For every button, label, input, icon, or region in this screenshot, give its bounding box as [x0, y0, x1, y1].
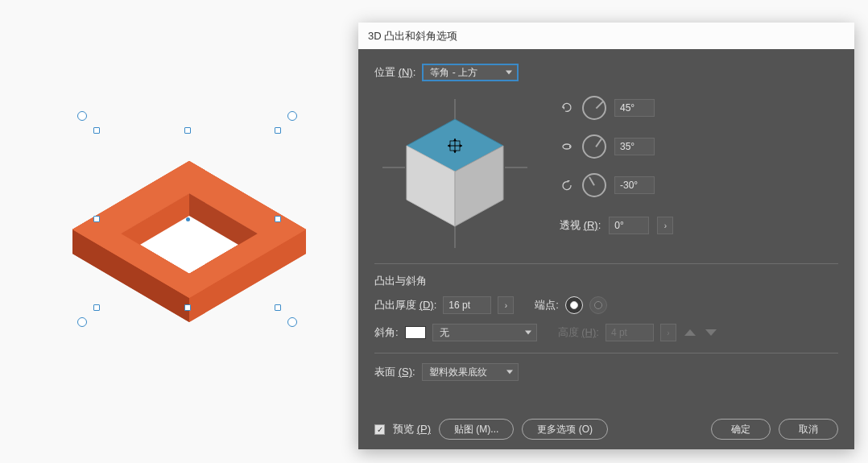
ok-button[interactable]: 确定 [711, 419, 771, 440]
rotate-y-dial[interactable] [582, 134, 606, 159]
rotation-cube-widget[interactable] [374, 91, 535, 252]
3d-extrude-bevel-dialog: 3D 凸出和斜角选项 位置 (N): 等角 - 上方 [358, 23, 854, 449]
divider [374, 263, 838, 264]
rotate-z-input[interactable]: -30° [614, 176, 655, 194]
rotate-x-input[interactable]: 45° [614, 99, 655, 117]
perspective-input[interactable]: 0° [609, 217, 649, 234]
cap-label: 端点: [535, 298, 559, 312]
divider [374, 353, 838, 353]
selection-bounding-box[interactable] [97, 130, 278, 308]
bevel-height-input: 4 pt [606, 324, 654, 341]
position-select[interactable]: 等角 - 上方 [422, 64, 519, 81]
extrude-bevel-title: 凸出与斜角 [374, 274, 838, 288]
rotate-y-icon [560, 139, 574, 154]
rotate-y-input[interactable]: 35° [614, 138, 655, 155]
cap-on-toggle[interactable] [565, 296, 583, 314]
bevel-extent-out-icon [704, 326, 718, 339]
perspective-label: 透视 (R): [560, 218, 601, 233]
selection-handle[interactable] [275, 216, 281, 222]
cancel-button[interactable]: 取消 [779, 419, 838, 440]
cap-off-toggle[interactable] [589, 296, 607, 314]
selection-handle[interactable] [93, 127, 100, 134]
bevel-swatch [405, 326, 426, 339]
canvas-area [40, 121, 298, 346]
rotate-x-dial[interactable] [582, 96, 606, 120]
bevel-extent-in-icon [683, 326, 697, 339]
selection-handle[interactable] [275, 304, 281, 311]
selection-handle[interactable] [275, 127, 281, 134]
bevel-label: 斜角: [374, 325, 399, 340]
selection-handle[interactable] [184, 127, 191, 134]
selection-handle[interactable] [93, 304, 100, 311]
position-label: 位置 (N): [374, 65, 415, 80]
preview-checkbox[interactable]: ✓ [374, 424, 385, 435]
bevel-select[interactable]: 无 [432, 324, 537, 341]
preview-label: 预览 (P) [393, 422, 431, 436]
rotate-z-icon [560, 178, 574, 192]
extrude-depth-stepper[interactable]: › [498, 296, 514, 314]
selection-handle[interactable] [184, 304, 191, 311]
surface-label: 表面 (S): [374, 365, 415, 379]
dialog-titlebar[interactable]: 3D 凸出和斜角选项 [358, 23, 854, 49]
selection-center [186, 217, 190, 221]
extrude-depth-input[interactable]: 16 pt [443, 296, 491, 314]
selection-handle[interactable] [93, 216, 100, 222]
map-art-button[interactable]: 贴图 (M)... [439, 419, 514, 440]
rotate-x-icon [560, 101, 574, 115]
perspective-stepper[interactable]: › [657, 217, 673, 234]
bevel-height-stepper: › [660, 324, 676, 341]
dialog-title: 3D 凸出和斜角选项 [368, 29, 457, 43]
rotate-z-dial[interactable] [582, 173, 606, 197]
surface-select[interactable]: 塑料效果底纹 [422, 363, 519, 381]
bevel-height-label: 高度 (H): [558, 325, 599, 340]
extrude-depth-label: 凸出厚度 (D): [374, 298, 436, 312]
more-options-button[interactable]: 更多选项 (O) [522, 419, 608, 440]
